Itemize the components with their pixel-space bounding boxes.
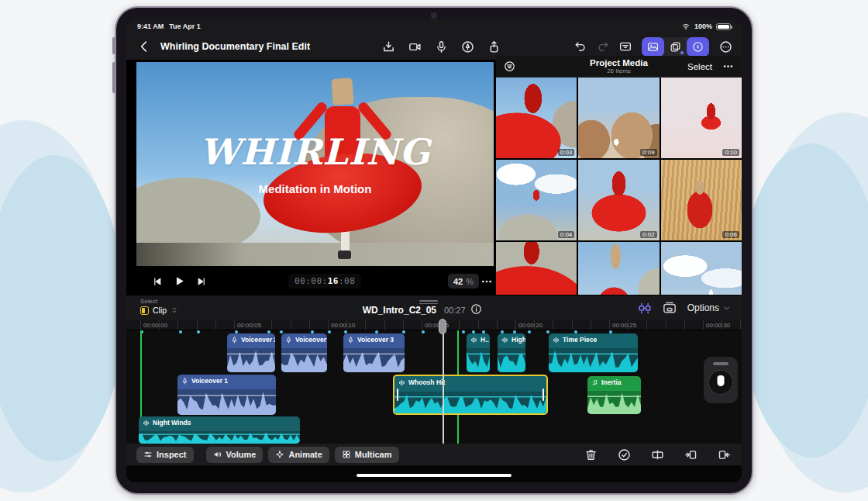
home-indicator[interactable] (356, 474, 512, 477)
media-thumbnail[interactable] (496, 242, 577, 295)
media-more-button[interactable] (722, 60, 734, 72)
timeline-clip[interactable]: Night Winds (139, 416, 300, 444)
clip-label: Voiceover 2 (227, 333, 275, 344)
keyframe-marker (197, 330, 200, 333)
trim-handle-left[interactable] (397, 389, 398, 401)
decor-blob-left-inner (0, 155, 124, 461)
home-area (126, 465, 742, 482)
media-panel-header: Project Media 26 Items Select (496, 56, 742, 78)
clip-label: H.. (467, 333, 490, 344)
viewer-more-button[interactable] (480, 275, 493, 288)
mic-icon (435, 40, 448, 54)
clips-star-toggle-button[interactable] (664, 37, 687, 57)
magnetic-timeline-button[interactable] (638, 301, 652, 315)
toolbar-center-icons (382, 40, 501, 54)
pencil-icon (461, 40, 474, 54)
timeline-clip[interactable]: Voiceover 2 (227, 333, 275, 372)
clip-label: Whoosh Hit (394, 376, 546, 387)
clip-waveform (227, 348, 275, 372)
bottom-right-icons (584, 448, 731, 461)
sequence-name[interactable]: WD_Intro_C2_05 (126, 305, 436, 316)
animate-button[interactable]: Animate (268, 447, 329, 463)
camera-icon (408, 40, 422, 54)
playhead[interactable] (438, 319, 447, 444)
timeline-clip[interactable]: Inertia (587, 376, 641, 414)
jog-toggle-button[interactable] (687, 37, 709, 57)
check-circle-button[interactable] (618, 448, 631, 461)
bottom-buttons: InspectVolumeAnimateMulticam (126, 447, 405, 463)
pencil-button[interactable] (461, 40, 474, 54)
timeline-clip[interactable]: Whoosh Hit (393, 375, 548, 415)
thumbnail-duration: 0:02 (640, 231, 657, 238)
wave-small-icon (143, 420, 150, 427)
timeline-clip[interactable]: Time Piece (549, 333, 638, 372)
inspect-button[interactable]: Inspect (136, 447, 194, 463)
jog-wheel[interactable] (704, 357, 738, 403)
clip-label: Voiceover 3 (343, 333, 405, 344)
overwrite-button[interactable] (718, 448, 731, 461)
titlecard-button[interactable] (619, 40, 632, 53)
connect-overlay-button[interactable] (663, 301, 677, 315)
zoom-level-badge[interactable]: 42% (448, 274, 479, 289)
share-button[interactable] (487, 40, 501, 54)
skip-back-button[interactable] (152, 276, 163, 287)
timeline-clip[interactable]: Voiceover 2 (281, 333, 327, 372)
clips-star-icon (670, 41, 681, 53)
timeline-clip[interactable]: H.. (467, 333, 490, 372)
timeline-tracks[interactable]: Voiceover 2Voiceover 2Voiceover 3H..High… (126, 330, 742, 444)
jog-pointer (718, 375, 725, 386)
photo-toggle-button[interactable] (642, 37, 664, 57)
timeline-header: Select Clip WD_Intro_C2_05 00:27 Options (126, 295, 742, 320)
skip-forward-button[interactable] (196, 276, 207, 287)
media-thumbnail[interactable] (578, 242, 659, 295)
animate-icon (275, 450, 284, 459)
app-screen: 9:41 AM Tue Apr 1 100% Whirling Document… (126, 19, 742, 482)
undo-button[interactable] (574, 40, 587, 53)
bottom-toolbar: InspectVolumeAnimateMulticam (126, 444, 742, 465)
mic-small-icon (285, 337, 292, 344)
clip-name: H.. (480, 336, 489, 344)
clip-waveform (549, 348, 638, 372)
media-thumbnail[interactable]: 0:03 (496, 78, 577, 158)
play-button[interactable] (173, 275, 186, 288)
split-button[interactable] (651, 448, 664, 461)
media-thumbnail[interactable] (661, 242, 742, 295)
insert-button[interactable] (684, 448, 698, 461)
timeline-clip[interactable]: Voiceover 1 (177, 375, 276, 415)
multicam-button[interactable]: Multicam (335, 447, 399, 463)
redo-button[interactable] (597, 40, 609, 53)
media-thumbnail[interactable]: 0:02 (578, 160, 659, 240)
decor-blob-right-inner (740, 143, 868, 458)
trash-button[interactable] (584, 448, 598, 461)
volume-button[interactable]: Volume (206, 447, 264, 463)
import-button[interactable] (382, 40, 395, 54)
ruler-label: 00:00:05 (237, 322, 261, 329)
ruler-label: 00:00:20 (518, 322, 542, 329)
info-button[interactable] (470, 303, 482, 315)
media-thumbnail[interactable]: 0:04 (496, 160, 577, 240)
thumbnail-duration: 0:06 (722, 231, 739, 238)
main-area: WHIRLING Meditation in Motion 00:00:16:0… (126, 60, 742, 295)
media-thumbnail[interactable]: 0:10 (661, 78, 742, 158)
jog-icon (692, 41, 704, 53)
clip-label: Inertia (587, 376, 641, 387)
mic-small-icon (231, 337, 238, 344)
timeline-clip[interactable]: Voiceover 3 (343, 333, 405, 372)
wave-small-icon (553, 337, 560, 344)
mic-button[interactable] (435, 40, 448, 54)
ipad-volume-button (112, 62, 115, 93)
timeline-ruler[interactable]: 00:00:0000:00:0500:00:1000:00:1500:00:20… (126, 320, 742, 330)
trim-handle-right[interactable] (542, 389, 544, 401)
select-button[interactable]: Select (687, 62, 712, 71)
media-thumbnail[interactable]: 0:09 (578, 78, 659, 158)
camera-button[interactable] (408, 40, 422, 54)
back-button[interactable] (137, 40, 151, 54)
timeline-clip[interactable]: High.. (498, 333, 525, 372)
media-thumbnail[interactable]: 0:06 (661, 160, 742, 240)
select-mode-label: Select (140, 298, 157, 305)
video-viewer[interactable]: WHIRLING Meditation in Motion (136, 60, 494, 268)
jog-drag-bar[interactable] (713, 362, 728, 365)
toolbar-more-button[interactable] (719, 40, 732, 54)
options-button[interactable]: Options (687, 302, 731, 313)
clip-name: High.. (512, 336, 525, 344)
